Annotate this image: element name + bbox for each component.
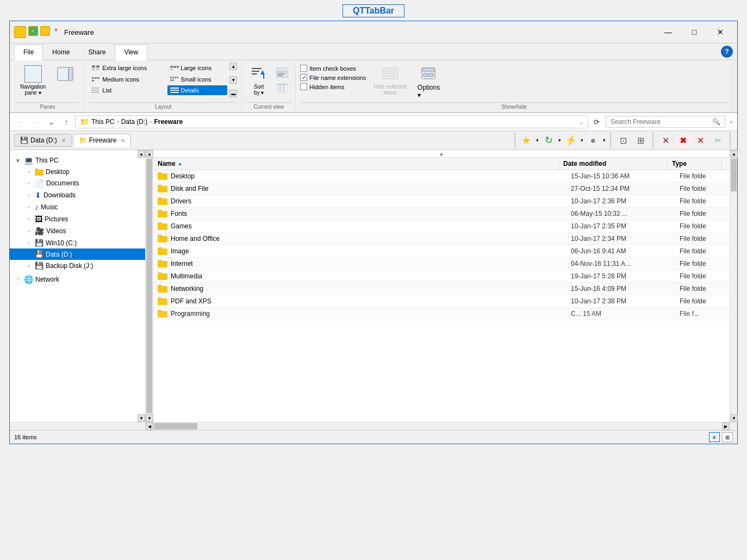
delete2-button[interactable]: ✖ — [675, 133, 690, 148]
details-view-button[interactable]: ≡ — [709, 432, 720, 442]
hidden-items-row[interactable]: Hidden items — [300, 83, 366, 90]
sidebar-item-backup[interactable]: › 💾 Backup Disk (J:) — [10, 260, 145, 271]
navigation-pane-button[interactable]: Navigationpane ▾ — [16, 63, 49, 98]
desktop-folder-icon — [35, 168, 43, 176]
options-button[interactable]: Options▾ — [414, 63, 443, 101]
sidebar-item-downloads[interactable]: › ⬇ Downloads — [10, 189, 145, 201]
add-columns-button[interactable] — [273, 81, 291, 95]
close-button[interactable]: ✕ — [708, 24, 733, 40]
delete3-button[interactable]: ✕ — [693, 133, 708, 148]
layout-scroll-down[interactable]: ▼ — [229, 76, 237, 84]
file-row-programming[interactable]: Programming C... 15 AM File f... — [153, 308, 730, 320]
globe-button[interactable]: ● — [586, 133, 601, 148]
hidden-items-checkbox[interactable] — [300, 83, 307, 90]
layout-scroll-more[interactable]: ▬ — [229, 90, 237, 97]
file-scrollbar-down[interactable]: ▼ — [730, 414, 738, 422]
hscroll-left[interactable]: ◀ — [146, 422, 153, 430]
sidebar-item-pictures[interactable]: › 🖼 Pictures — [10, 213, 145, 225]
details-btn[interactable]: Details — [167, 85, 227, 95]
tab-freeware-close[interactable]: ✕ — [121, 138, 125, 144]
breadcrumb[interactable]: 📁 This PC › Data (D:) › Freeware ⌄ — [75, 115, 588, 128]
sidebar-item-videos[interactable]: › 🎥 Videos — [10, 225, 145, 237]
refresh-button[interactable]: ⟳ — [590, 115, 603, 128]
expand-ribbon[interactable]: » — [730, 119, 733, 125]
file-scrollbar-up[interactable]: ▲ — [730, 150, 738, 158]
star-button[interactable]: ★ — [519, 133, 534, 148]
file-row-home-office[interactable]: Home and Office 10-Jan-17 2:34 PM File f… — [153, 233, 730, 245]
name-column-header[interactable]: Name ▲ — [153, 158, 559, 170]
sidebar-item-this-pc[interactable]: ▼ 💻 This PC — [10, 154, 145, 166]
hscroll-right[interactable]: ▶ — [722, 422, 730, 430]
breadcrumb-part3[interactable]: Freeware — [154, 118, 183, 126]
medium-icons-btn[interactable]: Medium icons — [89, 74, 165, 85]
file-scrollbar-thumb[interactable] — [731, 159, 737, 191]
sidebar-scrollbar-down[interactable]: ▼ — [146, 414, 153, 422]
tab-data-d-close[interactable]: ✕ — [61, 138, 66, 144]
group-by-button[interactable] — [273, 66, 291, 80]
tab-data-d[interactable]: 💾 Data (D:) ✕ — [14, 134, 72, 147]
refresh1-dropdown[interactable]: ▾ — [558, 138, 561, 143]
search-input[interactable] — [611, 118, 710, 126]
file-row-pdf-xps[interactable]: PDF and XPS 10-Jan-17 2:38 PM File folde — [153, 295, 730, 308]
recent-locations-button[interactable]: ⌄ — [45, 115, 58, 128]
hscroll-thumb[interactable] — [154, 423, 197, 430]
item-check-boxes-row[interactable]: Item check boxes — [300, 65, 366, 72]
refresh2-dropdown[interactable]: ▾ — [581, 138, 583, 143]
file-row-games[interactable]: Games 10-Jan-17 2:35 PM File folde — [153, 220, 730, 233]
list-btn[interactable]: List — [89, 85, 165, 95]
help-button[interactable]: ? — [721, 46, 733, 58]
file-name-extensions-row[interactable]: File name extensions — [300, 74, 366, 81]
file-row-networking[interactable]: Networking 15-Jun-16 4:09 PM File folde — [153, 283, 730, 295]
type-column-header[interactable]: Type — [668, 158, 722, 170]
refresh2-button[interactable]: ⚡ — [563, 133, 578, 148]
tab-home[interactable]: Home — [43, 45, 79, 60]
minimize-button[interactable]: — — [656, 24, 681, 40]
small-icons-btn[interactable]: Small icons — [167, 74, 227, 85]
back-button[interactable]: ← — [14, 115, 27, 128]
file-row-fonts[interactable]: Fonts 06-May-15 10:32 ... File folde — [153, 208, 730, 220]
sidebar-scrollbar-up[interactable]: ▲ — [146, 150, 153, 158]
sidebar-scroll-down[interactable]: ▼ — [138, 414, 145, 422]
copy2-button[interactable]: ⊞ — [633, 133, 648, 148]
tab-share[interactable]: Share — [79, 45, 115, 60]
file-row-multimedia[interactable]: Multimedia 19-Jan-17 5:28 PM File folde — [153, 270, 730, 283]
tab-view[interactable]: View — [115, 45, 147, 60]
item-check-boxes-checkbox[interactable] — [300, 65, 307, 72]
tab-freeware[interactable]: 📁 Freeware ✕ — [73, 134, 132, 147]
copy1-button[interactable]: ⊡ — [615, 133, 631, 148]
file-row-image[interactable]: Image 06-Jun-16 9:41 AM File folde — [153, 245, 730, 258]
file-row-disk-and-file[interactable]: Disk and File 27-Oct-15 12:34 PM File fo… — [153, 183, 730, 195]
globe-dropdown[interactable]: ▾ — [603, 138, 606, 143]
extra-large-icons-btn[interactable]: Extra large icons — [89, 63, 165, 73]
file-name-extensions-checkbox[interactable] — [300, 74, 307, 81]
sidebar-scrollbar-thumb[interactable] — [146, 159, 152, 413]
up-button[interactable]: ↑ — [60, 115, 73, 128]
cut-button[interactable]: ✂ — [710, 133, 725, 148]
file-row-desktop[interactable]: Desktop 15-Jan-15 10:36 AM File folde — [153, 170, 730, 183]
maximize-button[interactable]: □ — [682, 24, 707, 40]
file-row-internet[interactable]: Internet 04-Nov-16 11:31 A... File folde — [153, 258, 730, 270]
sidebar-item-music[interactable]: › ♪ Music — [10, 201, 145, 213]
sidebar-item-data-d[interactable]: › 💾 Data (D:) — [10, 248, 145, 260]
file-row-drivers[interactable]: Drivers 10-Jan-17 2:36 PM File folde — [153, 195, 730, 208]
large-icons-btn[interactable]: Large icons — [167, 63, 227, 73]
tab-file[interactable]: File — [14, 45, 43, 60]
refresh1-button[interactable]: ↻ — [541, 133, 556, 148]
preview-pane-button[interactable] — [52, 63, 79, 86]
forward-button[interactable]: → — [29, 115, 42, 128]
hide-selected-items-button[interactable]: Hide selecteditems — [370, 63, 410, 98]
date-column-header[interactable]: Date modified — [559, 158, 668, 170]
star-dropdown[interactable]: ▾ — [536, 138, 539, 143]
sidebar-item-documents[interactable]: › 📄 Documents — [10, 177, 145, 189]
breadcrumb-part1[interactable]: This PC — [91, 118, 115, 126]
large-icons-view-button[interactable]: ⊞ — [722, 432, 733, 442]
sidebar-item-network[interactable]: › 🌐 Network — [10, 273, 145, 285]
sidebar-item-desktop[interactable]: › Desktop — [10, 166, 145, 177]
breadcrumb-part2[interactable]: Data (D:) — [121, 118, 148, 126]
sort-by-button[interactable]: Sortby ▾ — [246, 63, 271, 98]
sidebar-scroll-up[interactable]: ▲ — [138, 150, 145, 158]
layout-scroll-up[interactable]: ▲ — [229, 63, 237, 70]
breadcrumb-dropdown[interactable]: ⌄ — [579, 119, 583, 125]
delete1-button[interactable]: ✕ — [658, 133, 673, 148]
sidebar-item-win10[interactable]: › 💾 Win10 (C:) — [10, 237, 145, 248]
